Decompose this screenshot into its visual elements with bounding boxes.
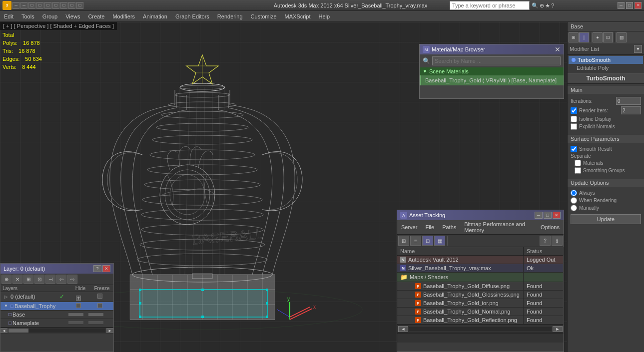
window-controls[interactable]: ─ □ ✕ — [618, 2, 642, 9]
manually-radio[interactable] — [571, 205, 577, 211]
minimize-button[interactable]: ─ — [618, 2, 625, 9]
menu-views[interactable]: Views — [61, 12, 84, 21]
table-row[interactable]: V Autodesk Vault 2012 Logged Out — [397, 256, 564, 264]
at-menu-bitmap[interactable]: Bitmap Performance and Memory — [460, 220, 537, 234]
menu-animation[interactable]: Animation — [139, 12, 171, 21]
at-win-buttons[interactable]: ─ □ ✕ — [535, 212, 561, 219]
menu-customize[interactable]: Customize — [247, 12, 281, 21]
at-path-input[interactable] — [397, 333, 564, 343]
table-row[interactable]: P Baseball_Trophy_Gold_Glossiness.png Fo… — [397, 291, 564, 299]
bookmark-icon[interactable]: ★ — [545, 2, 550, 9]
menu-create[interactable]: Create — [84, 12, 108, 21]
layer-tool-delete[interactable]: ✕ — [12, 275, 22, 284]
mat-browser-search-input[interactable] — [432, 56, 561, 65]
menu-graph-editors[interactable]: Graph Editors — [171, 12, 213, 21]
render-iters-checkbox[interactable] — [571, 107, 577, 114]
close-button[interactable]: ✕ — [635, 2, 642, 9]
rp-tool-5[interactable]: ▨ — [617, 32, 627, 42]
table-row[interactable]: P Baseball_Trophy_Gold_Normal.png Found — [397, 308, 564, 316]
update-button[interactable]: Update — [571, 214, 641, 224]
iterations-input[interactable] — [616, 97, 641, 105]
search-input[interactable] — [450, 1, 530, 10]
max-btn-1[interactable]: □ — [28, 2, 35, 9]
when-rendering-radio[interactable] — [571, 197, 577, 204]
at-menu-paths[interactable]: Paths — [438, 223, 460, 231]
table-row[interactable]: P Baseball_Trophy_Gold_Diffuse.png Found — [397, 282, 564, 291]
smooth-result-checkbox[interactable] — [571, 146, 577, 152]
table-row[interactable]: P Baseball_Trophy_Gold_ior.png Found — [397, 299, 564, 308]
rp-tool-4[interactable]: ⊡ — [603, 32, 613, 42]
at-tool-3[interactable]: ⊡ — [422, 236, 433, 246]
max-btn-2[interactable]: □ — [36, 2, 43, 9]
at-close-btn[interactable]: ✕ — [553, 212, 561, 219]
min-btn-2[interactable]: ─ — [20, 2, 27, 9]
isoline-checkbox[interactable] — [571, 116, 577, 122]
layer-tool-3[interactable]: ⊞ — [23, 275, 33, 284]
menu-help[interactable]: Help — [315, 12, 334, 21]
max-btn-4[interactable]: □ — [52, 2, 59, 9]
modifier-editable-poly[interactable]: Editable Poly — [569, 64, 643, 72]
table-row[interactable]: 📁 Maps / Shaders — [397, 273, 564, 282]
menu-group[interactable]: Group — [38, 12, 62, 21]
modifier-turbosmooth[interactable]: TurboSmooth — [569, 56, 643, 64]
table-row[interactable]: M Silver_Baseball_Trophy_vray.max Ok — [397, 264, 564, 273]
layer-scrollbar-h[interactable]: ◄ ► — [0, 328, 113, 334]
layer-0-freeze-dot[interactable] — [97, 294, 102, 299]
menu-rendering[interactable]: Rendering — [213, 12, 247, 21]
layer-help-btn[interactable]: ? — [93, 265, 101, 272]
layer-scroll-right[interactable]: ► — [106, 328, 113, 333]
at-tool-1[interactable]: ⊞ — [398, 236, 409, 246]
search-icon[interactable]: 🔍 — [532, 2, 539, 9]
title-left-buttons[interactable]: 3 ─ ─ □ □ □ □ □ □ □ — [2, 1, 83, 10]
menu-tools[interactable]: Tools — [17, 12, 38, 21]
modifier-list-dropdown[interactable]: ▼ — [634, 45, 642, 53]
always-radio[interactable] — [571, 190, 577, 196]
layer-scroll-track[interactable] — [8, 329, 105, 333]
max-btn-3[interactable]: □ — [44, 2, 51, 9]
table-row[interactable]: P Baseball_Trophy_Gold_Reflection.png Fo… — [397, 316, 564, 325]
max-btn-6[interactable]: □ — [68, 2, 75, 9]
render-iters-input[interactable] — [621, 106, 641, 114]
at-menu-options[interactable]: Options — [537, 223, 564, 231]
layer-tool-4[interactable]: ⊡ — [34, 275, 44, 284]
min-btn-1[interactable]: ─ — [12, 2, 19, 9]
rp-tool-3[interactable]: ● — [593, 32, 603, 42]
menu-maxscript[interactable]: MAXScript — [281, 12, 315, 21]
rp-tool-1[interactable]: ⊞ — [569, 32, 579, 42]
layer-bb-freeze-dot[interactable] — [97, 303, 102, 308]
at-info-btn[interactable]: ℹ — [552, 236, 563, 246]
layer-win-buttons[interactable]: ? ✕ — [93, 265, 110, 272]
at-menu-server[interactable]: Server — [397, 223, 421, 231]
at-scroll-track[interactable] — [409, 327, 552, 331]
layer-tool-5[interactable]: ⊣ — [45, 275, 55, 284]
at-menu-file[interactable]: File — [421, 223, 438, 231]
layer-0-hide-dot[interactable] — [76, 296, 81, 301]
help-icon[interactable]: ? — [551, 2, 554, 9]
explicit-normals-checkbox[interactable] — [571, 123, 577, 130]
at-maximize-btn[interactable]: □ — [544, 212, 552, 219]
at-tool-4[interactable]: ▦ — [434, 236, 445, 246]
layer-item-base[interactable]: □ Base — [0, 311, 113, 319]
layer-close-btn[interactable]: ✕ — [102, 265, 110, 272]
max-btn-5[interactable]: □ — [60, 2, 67, 9]
smoothing-groups-checkbox[interactable] — [575, 167, 581, 174]
rp-tool-2[interactable]: | — [579, 32, 589, 42]
at-scroll-right[interactable]: ► — [553, 326, 563, 332]
mat-item-1[interactable]: Baseball_Trophy_Gold ( VRayMtl ) [Base, … — [420, 75, 564, 85]
layer-item-baseball[interactable]: ▼ □ Baseball_Trophy — [0, 302, 113, 311]
layer-item-nameplate[interactable]: □ Nameplate — [0, 319, 113, 328]
search-options-icon[interactable]: ⊕ — [540, 2, 544, 9]
mat-browser-close[interactable]: ✕ — [555, 46, 561, 53]
layer-bb-hide-dot[interactable] — [76, 303, 81, 308]
layer-tool-6[interactable]: ⇦ — [56, 275, 66, 284]
at-help-btn[interactable]: ? — [540, 236, 551, 246]
at-minimize-btn[interactable]: ─ — [535, 212, 543, 219]
at-scroll-left[interactable]: ◄ — [398, 326, 408, 332]
maximize-button[interactable]: □ — [626, 2, 633, 9]
layer-scroll-left[interactable]: ◄ — [0, 328, 7, 333]
at-scrollbar-h[interactable]: ◄ ► — [397, 325, 564, 333]
max-btn-7[interactable]: □ — [76, 2, 83, 9]
at-tool-2[interactable]: ≡ — [410, 236, 421, 246]
menu-modifiers[interactable]: Modifiers — [108, 12, 139, 21]
menu-edit[interactable]: Edit — [0, 12, 17, 21]
